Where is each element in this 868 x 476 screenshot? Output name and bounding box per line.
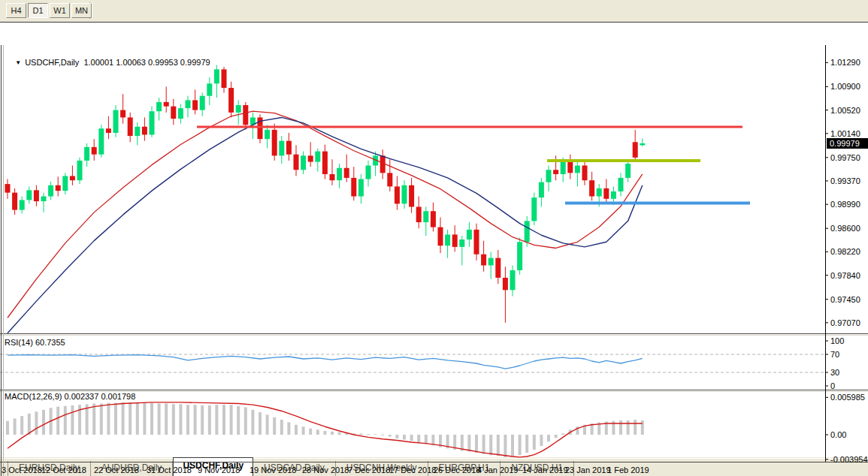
candle-body	[56, 185, 61, 191]
candle-body	[77, 161, 83, 180]
candle-body	[236, 105, 241, 113]
candle-body	[228, 88, 234, 113]
candle-body	[322, 152, 328, 174]
candle-body	[633, 142, 638, 158]
candle-body	[34, 190, 39, 201]
candle-body	[358, 179, 364, 197]
candle-body	[70, 176, 75, 180]
candle-body	[366, 165, 371, 179]
axis-tick-label: -0.003954	[830, 455, 868, 464]
candle-body	[416, 206, 422, 222]
candle-body	[438, 227, 443, 246]
axis-tick-label: 0.98220	[830, 247, 860, 256]
candle-body	[48, 185, 53, 197]
axis-tick-label: 0.005985	[830, 393, 865, 402]
candle-body	[243, 105, 248, 125]
candle-body	[5, 184, 11, 192]
candle-body	[589, 180, 594, 196]
timeframe-toolbar: H4D1W1MN	[0, 0, 868, 22]
candle-body	[120, 110, 126, 118]
candle-body	[431, 211, 436, 227]
candle-body	[510, 270, 516, 290]
candle-body	[150, 111, 155, 134]
date-tick-label: 17 Dec 2018	[389, 465, 436, 474]
candle-body	[84, 147, 89, 161]
axis-tick-label: 0.98600	[830, 224, 860, 233]
candle-body	[351, 178, 356, 197]
candle-body	[92, 147, 97, 155]
chevron-down-icon[interactable]: ▼	[15, 59, 21, 66]
axis-tick-label: 0	[830, 381, 835, 390]
axis-tick-label: 100	[830, 336, 844, 345]
date-tick-label: 1 Feb 2019	[607, 465, 649, 474]
axis-tick-label: 0.99750	[830, 153, 860, 162]
axis-tick-label: 1.00520	[830, 106, 860, 115]
date-tick-label: 3 Oct 2018	[2, 465, 42, 474]
candle-body	[286, 141, 292, 155]
candle-body	[106, 128, 111, 133]
chart-header: ▼USDCHF,Daily 1.00001 1.00063 0.99953 0.…	[6, 49, 210, 76]
candle-body	[135, 127, 140, 136]
rsi-line	[8, 355, 643, 369]
rsi-indicator-label: RSI(14) 60.7355	[5, 338, 65, 347]
axis-tick-label: 1.00140	[830, 129, 860, 138]
ohlc-readout: 1.00001 1.00063 0.99953 0.99979	[83, 58, 210, 67]
timeframe-button-d1[interactable]: D1	[28, 3, 48, 18]
chart-canvas[interactable]: 1.012901.009001.005201.001400.997500.993…	[0, 45, 868, 476]
candle-body	[553, 170, 558, 174]
candle-body	[459, 240, 464, 247]
candle-body	[337, 168, 342, 180]
current-price-tag: 0.99979	[827, 138, 868, 149]
candle-body	[409, 185, 414, 207]
candle-body	[445, 234, 450, 246]
candle-body	[539, 182, 544, 198]
date-tick-label: 7 Dec 2018	[348, 465, 390, 474]
rsi-level-lines	[0, 354, 825, 372]
date-tick-label: 22 Oct 2018	[94, 465, 139, 474]
candle-body	[625, 164, 631, 178]
candle-body	[142, 127, 147, 135]
candle-body	[128, 117, 133, 136]
candle-body	[525, 221, 530, 242]
candle-body	[402, 185, 407, 204]
date-tick-label: 12 Oct 2018	[41, 465, 86, 474]
candle-body	[531, 197, 537, 221]
timeframe-button-h4[interactable]: H4	[6, 3, 26, 18]
candle-body	[222, 69, 227, 88]
timeframe-button-mn[interactable]: MN	[71, 3, 92, 18]
candle-body	[192, 100, 198, 110]
candle-body	[315, 152, 320, 162]
axis-tick-label: 0.00	[830, 430, 846, 439]
candle-body	[98, 128, 104, 154]
candle-body	[474, 230, 479, 255]
candle-body	[272, 130, 277, 155]
date-tick-label: 26 Dec 2018	[434, 465, 480, 474]
axis-tick-label: 1.00900	[830, 82, 860, 91]
axis-tick-label: 0.97840	[830, 271, 860, 280]
candle-body	[308, 155, 313, 161]
candle-body	[214, 69, 219, 83]
candle-body	[618, 178, 624, 191]
candle-body	[423, 211, 428, 222]
candle-body	[62, 176, 68, 191]
candle-body	[171, 107, 176, 119]
candle-body	[294, 155, 299, 170]
candle-body	[611, 191, 616, 199]
candle-body	[20, 200, 25, 209]
candle-body	[301, 155, 306, 170]
axis-tick-label: 0.97450	[830, 295, 860, 304]
timeframe-button-w1[interactable]: W1	[50, 3, 70, 18]
candle-body	[567, 162, 573, 173]
candle-body	[503, 278, 508, 290]
candle-body	[200, 96, 205, 110]
date-tick-label: 23 Jan 2019	[565, 465, 611, 474]
macd-indicator-label: MACD(12,26,9) 0.002337 0.001798	[5, 392, 135, 401]
candle-body	[41, 197, 47, 202]
candle-body	[207, 83, 212, 95]
candle-body	[452, 234, 458, 246]
date-tick-label: 14 Jan 2019	[522, 465, 568, 474]
date-tick-label: 4 Jan 2019	[477, 465, 518, 474]
axis-tick-label: 0.97070	[830, 318, 860, 327]
macd-histogram	[6, 402, 644, 457]
candle-body	[186, 100, 191, 108]
